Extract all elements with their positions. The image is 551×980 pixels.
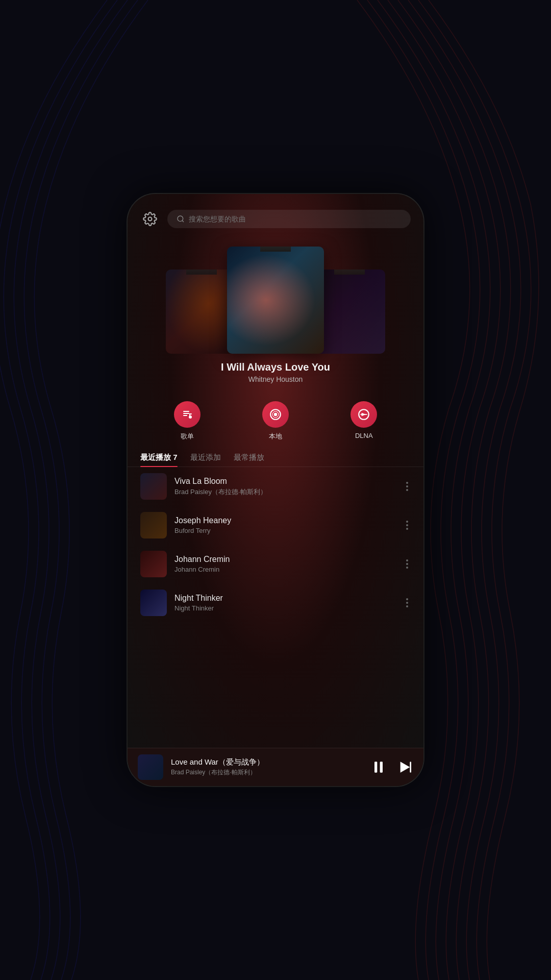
tab-bar: 最近播放 7 最近添加 最常播放: [128, 446, 423, 467]
svg-rect-16: [410, 762, 411, 772]
more-button-3[interactable]: [404, 557, 411, 571]
pause-button[interactable]: [370, 759, 387, 775]
playing-thumb: [138, 754, 163, 780]
featured-song-title: I Will Always Love You: [221, 361, 330, 373]
svg-point-0: [148, 217, 152, 221]
song-thumb-4: [140, 590, 167, 616]
song-info-3: Johann Cremin Johann Cremin: [174, 555, 396, 573]
song-thumb-3: [140, 551, 167, 577]
dlna-nav-item[interactable]: DLNA: [350, 401, 377, 441]
svg-rect-3: [183, 413, 189, 414]
song-item-2[interactable]: Joseph Heaney Buford Terry: [128, 506, 423, 545]
local-nav-label: 本地: [269, 432, 282, 441]
song-title-2: Joseph Heaney: [174, 516, 396, 525]
settings-button[interactable]: [140, 209, 160, 229]
playing-artist: Brad Paisley（布拉德·帕斯利）: [171, 768, 363, 777]
playlist-nav-item[interactable]: 歌单: [174, 401, 201, 441]
svg-point-1: [178, 216, 183, 222]
now-playing-info: I Will Always Love You Whitney Houston: [211, 354, 340, 386]
now-playing-bar: Love and War（爱与战争） Brad Paisley（布拉德·帕斯利）: [128, 748, 423, 786]
more-button-2[interactable]: [404, 518, 411, 532]
player-controls: [370, 759, 413, 775]
song-item-1[interactable]: Viva La Bloom Brad Paisley（布拉德·帕斯利）: [128, 467, 423, 506]
nav-icons: 歌单 本地: [128, 391, 423, 446]
song-artist-4: Night Thinker: [174, 604, 396, 612]
phone-frame: I Will Always Love You Whitney Houston: [128, 194, 423, 786]
song-title-1: Viva La Bloom: [174, 477, 396, 486]
top-bar: [128, 194, 423, 236]
song-item-4[interactable]: Night Thinker Night Thinker: [128, 583, 423, 622]
song-artist-1: Brad Paisley（布拉德·帕斯利）: [174, 487, 396, 497]
search-icon: [177, 215, 185, 223]
next-button[interactable]: [397, 759, 413, 775]
song-thumb-2: [140, 512, 167, 538]
local-icon: [262, 401, 289, 428]
playing-info: Love and War（爱与战争） Brad Paisley（布拉德·帕斯利）: [171, 757, 363, 777]
song-item-3[interactable]: Johann Cremin Johann Cremin: [128, 545, 423, 583]
search-bar[interactable]: [167, 210, 411, 228]
song-title-4: Night Thinker: [174, 594, 396, 603]
song-artist-3: Johann Cremin: [174, 566, 396, 573]
dlna-icon: [350, 401, 377, 428]
album-card-center[interactable]: [227, 247, 324, 354]
tab-added[interactable]: 最近添加: [190, 449, 221, 467]
svg-rect-7: [189, 413, 192, 414]
playing-title: Love and War（爱与战争）: [171, 757, 363, 767]
album-card-left[interactable]: [166, 270, 237, 354]
featured-artist-name: Whitney Houston: [221, 375, 330, 383]
svg-rect-4: [183, 415, 187, 416]
tab-recent-label: 最近播放: [140, 453, 173, 461]
album-carousel: [128, 241, 423, 354]
tab-frequent[interactable]: 最常播放: [234, 449, 264, 467]
playlist-nav-label: 歌单: [181, 432, 194, 441]
dlna-nav-label: DLNA: [355, 432, 373, 439]
album-carousel-section: I Will Always Love You Whitney Houston: [128, 236, 423, 391]
song-artist-2: Buford Terry: [174, 527, 396, 534]
song-info-2: Joseph Heaney Buford Terry: [174, 516, 396, 534]
playlist-icon: [174, 401, 201, 428]
more-button-4[interactable]: [404, 596, 411, 610]
song-thumb-1: [140, 473, 167, 500]
song-info-1: Viva La Bloom Brad Paisley（布拉德·帕斯利）: [174, 477, 396, 497]
song-list: Viva La Bloom Brad Paisley（布拉德·帕斯利） Jose…: [128, 467, 423, 748]
svg-rect-13: [374, 762, 377, 772]
svg-point-9: [274, 413, 278, 416]
search-input[interactable]: [189, 215, 402, 223]
svg-rect-14: [380, 762, 383, 772]
tab-recent[interactable]: 最近播放 7: [140, 449, 178, 467]
album-card-right[interactable]: [314, 270, 385, 354]
svg-marker-15: [400, 762, 410, 772]
local-nav-item[interactable]: 本地: [262, 401, 289, 441]
song-info-4: Night Thinker Night Thinker: [174, 594, 396, 612]
song-title-3: Johann Cremin: [174, 555, 396, 564]
tab-recent-count: 7: [173, 453, 177, 461]
svg-rect-2: [183, 411, 189, 412]
more-button-1[interactable]: [404, 479, 411, 494]
